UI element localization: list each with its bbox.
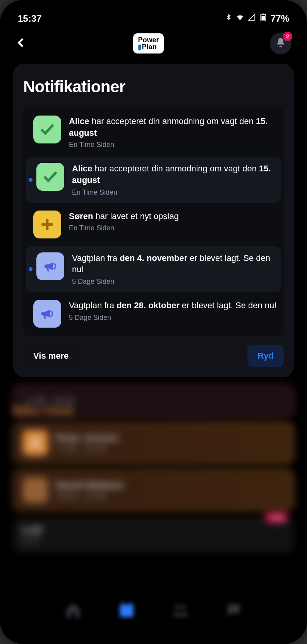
- shift-name: Peter Jensen: [56, 432, 118, 444]
- status-time: 15:37: [18, 13, 41, 24]
- shift-info: Ledi 17.0: [22, 524, 42, 546]
- svg-point-11: [181, 605, 185, 610]
- unread-dot-icon: [29, 178, 33, 182]
- status-icons: 77%: [224, 13, 289, 24]
- phone-screen: 15:37 77%: [5, 5, 302, 639]
- svg-point-10: [175, 605, 180, 610]
- logo-bottom: ▮Plan: [138, 43, 159, 50]
- notification-text: Søren har lavet et nyt opslag: [69, 211, 277, 222]
- bottom-nav: [5, 601, 302, 619]
- svg-point-5: [33, 438, 38, 443]
- svg-rect-2: [262, 14, 264, 14]
- battery-percent: 77%: [271, 13, 289, 24]
- notification-text: Alice har accepteret din anmodning om va…: [69, 116, 277, 138]
- plus-icon: [33, 211, 61, 238]
- notification-item[interactable]: Søren har lavet et nyt opslag En Time Si…: [23, 204, 284, 245]
- shift-card[interactable]: Peter Jensen 17.00 - 21.30: [13, 422, 294, 463]
- notification-time: En Time Siden: [72, 188, 274, 197]
- svg-rect-1: [261, 16, 265, 20]
- notification-text: Vagtplan fra den 28. oktober er blevet l…: [69, 300, 277, 311]
- shift-name: Ledi: [22, 524, 42, 536]
- panel-actions: Vis mere Ryd: [23, 345, 284, 367]
- avatar-icon: [22, 477, 48, 503]
- shift-card-vacant[interactable]: Ledig Ledi 17.0: [13, 517, 294, 553]
- unread-dot-icon: [29, 267, 33, 271]
- notification-item[interactable]: Vagtplan fra den 4. november er blevet l…: [26, 246, 281, 292]
- show-more-button[interactable]: Vis mere: [23, 345, 79, 367]
- back-button[interactable]: [15, 37, 27, 50]
- shift-info: Peter Jensen 17.00 - 21.30: [56, 432, 118, 454]
- shift-info: David Madsen 15.00 - 21.00: [56, 479, 123, 501]
- nav-home[interactable]: [64, 601, 82, 619]
- avatar-icon: [22, 430, 48, 456]
- shift-card[interactable]: David Madsen 15.00 - 21.00: [13, 470, 294, 511]
- notification-body: Alice har accepteret din anmodning om va…: [72, 163, 274, 196]
- notification-list: Alice har accepteret din anmodning om va…: [23, 107, 284, 336]
- vacant-pill: Ledig: [265, 513, 288, 522]
- nav-people[interactable]: [172, 601, 189, 619]
- battery-icon: [259, 13, 268, 24]
- shift-time: 15.00 - 21.00: [56, 491, 123, 501]
- panel-title: Notifikationer: [23, 78, 284, 96]
- check-icon: [33, 116, 61, 143]
- signal-icon: [247, 13, 256, 24]
- shift-name: David Madsen: [56, 479, 123, 491]
- notification-body: Vagtplan fra den 4. november er blevet l…: [72, 252, 274, 286]
- app-logo: Power ▮Plan: [133, 33, 163, 54]
- bluetooth-icon: [224, 13, 233, 24]
- status-bar: 15:37 77%: [5, 5, 302, 28]
- check-icon: [36, 163, 64, 191]
- megaphone-icon: [33, 300, 61, 328]
- nav-calendar[interactable]: [118, 601, 135, 619]
- notification-body: Søren har lavet et nyt opslag En Time Si…: [69, 211, 277, 233]
- shift-time: 17.00 - 21.30: [56, 444, 118, 454]
- notifications-bell[interactable]: 2: [270, 33, 292, 54]
- notification-item[interactable]: Vagtplan fra den 28. oktober er blevet l…: [23, 294, 284, 334]
- notification-time: 5 Dage Siden: [69, 314, 277, 322]
- nav-chat[interactable]: [225, 601, 243, 619]
- app-header: Power ▮Plan 2: [5, 28, 302, 64]
- notification-time: 5 Dage Siden: [72, 278, 274, 286]
- clear-button[interactable]: Ryd: [247, 345, 284, 367]
- notification-text: Vagtplan fra den 4. november er blevet l…: [72, 252, 274, 275]
- phone-frame: 15:37 77%: [0, 0, 307, 644]
- notification-body: Alice har accepteret din anmodning om va…: [69, 116, 277, 149]
- megaphone-icon: [36, 252, 64, 280]
- bg-section-title: Billet / Kiosk: [13, 405, 294, 417]
- notification-badge: 2: [283, 32, 292, 41]
- notification-item[interactable]: Alice har accepteret din anmodning om va…: [26, 157, 281, 202]
- logo-top: Power: [138, 36, 159, 43]
- notification-item[interactable]: Alice har accepteret din anmodning om va…: [23, 109, 284, 155]
- notifications-panel: Notifikationer Alice har accepteret din …: [13, 64, 294, 377]
- bg-content: Billet / Kiosk Peter Jensen 17.00 - 21.3…: [13, 405, 294, 559]
- wifi-icon: [236, 13, 244, 24]
- notification-time: En Time Siden: [69, 224, 277, 232]
- notification-text: Alice har accepteret din anmodning om va…: [72, 163, 274, 186]
- notification-body: Vagtplan fra den 28. oktober er blevet l…: [69, 300, 277, 322]
- notification-time: En Time Siden: [69, 141, 277, 149]
- shift-time: 17.0: [22, 536, 42, 546]
